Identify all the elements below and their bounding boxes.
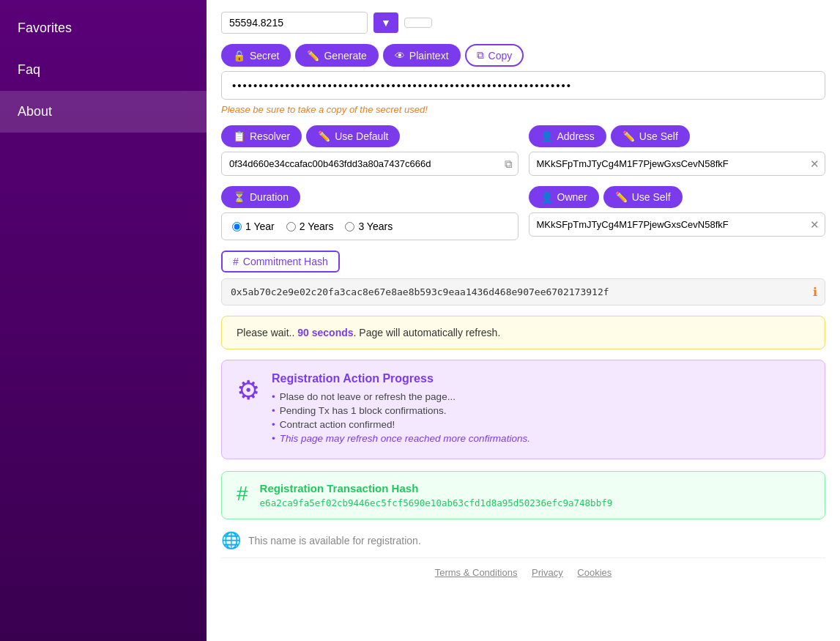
person-icon: 👤 [540,130,553,142]
resolver-col: 📋 Resolver ✏️ Use Default 0f34d660e34cca… [221,125,519,176]
sidebar-item-favorites[interactable]: Favorites [0,7,207,49]
info-icon[interactable]: ℹ [813,285,817,299]
resolver-btn-group: 📋 Resolver ✏️ Use Default [221,125,519,147]
tx-hash-content: Registration Transaction Hash e6a2ca9fa5… [260,482,613,508]
tx-hash-icon: # [237,482,248,505]
footer: Terms & Conditions Privacy Cookies [221,557,825,587]
year-2-radio[interactable] [286,222,296,231]
person-icon2: 👤 [540,191,553,203]
address-btn-group: 👤 Address ✏️ Use Self [529,125,826,147]
commitment-hash-value: 0x5ab70c2e9e02c20fa3cac8e67e8ae8b593c9ea… [231,286,609,297]
globe-icon: 🌐 [221,531,241,550]
pencil-icon3: ✏️ [615,191,628,203]
footer-cookies-link[interactable]: Cookies [577,567,612,578]
year-1-radio[interactable] [232,222,242,231]
progress-item-1: Pending Tx has 1 block confirmations. [272,405,530,416]
hourglass-icon: ⏳ [233,191,245,203]
progress-item-2: Contract action confirmed! [272,419,530,430]
outline-button[interactable] [404,18,432,28]
commitment-hash-display: 0x5ab70c2e9e02c20fa3cac8e67e8ae8b593c9ea… [221,278,825,305]
available-row: 🌐 This name is available for registratio… [221,531,825,550]
pencil-icon: ✏️ [307,50,319,62]
number-input[interactable] [221,12,368,34]
secret-input[interactable] [221,71,825,100]
resolver-field: 0f34d660e34ccafac00b463fdd3a80a7437c666d… [221,152,519,176]
lock-icon: 🔒 [233,50,245,62]
secret-button[interactable]: 🔒 Secret [221,44,291,67]
resolver-value: 0f34d660e34ccafac00b463fdd3a80a7437c666d [221,152,519,176]
main-content: ▼ 🔒 Secret ✏️ Generate 👁 Plaintext ⧉ Cop… [207,0,840,641]
progress-list: Plase do not leave or refresh the page..… [272,391,530,444]
resolver-address-row: 📋 Resolver ✏️ Use Default 0f34d660e34cca… [221,125,825,176]
address-col: 👤 Address ✏️ Use Self MKkSFpTmJTyCg4M1F7… [529,125,826,176]
edit-icon: ✏️ [318,130,330,142]
duration-owner-row: ⏳ Duration 1 Year 2 Years 3 Y [221,186,825,240]
year-3-label[interactable]: 3 Years [345,221,393,232]
duration-button[interactable]: ⏳ Duration [221,186,300,208]
close-field-icon[interactable]: ✕ [810,158,819,171]
commitment-hash-button[interactable]: # Commitment Hash [221,251,340,273]
owner-field: MKkSFpTmJTyCg4M1F7PjewGxsCevN58fkF ✕ [529,212,826,237]
progress-item-3: This page may refresh once reached more … [272,433,530,444]
use-default-button[interactable]: ✏️ Use Default [306,125,400,147]
sidebar-item-label: Favorites [18,21,72,35]
progress-box: ⚙ Registration Action Progress Plase do … [221,360,825,459]
content-area: ▼ 🔒 Secret ✏️ Generate 👁 Plaintext ⧉ Cop… [207,0,840,641]
use-self-address-button[interactable]: ✏️ Use Self [611,125,690,147]
duration-btn-group: ⏳ Duration [221,186,519,208]
wait-banner: Please wait.. 90 seconds. Page will auto… [221,316,825,349]
progress-title: Registration Action Progress [272,372,530,385]
tx-hash-value: e6a2ca9fa5ef02cb9446ec5fcf5690e10ab63cfd… [260,497,613,508]
sidebar-item-label: About [18,104,52,119]
eye-icon: 👁 [395,50,405,62]
progress-content: Registration Action Progress Plase do no… [272,372,530,447]
resolver-button[interactable]: 📋 Resolver [221,125,302,147]
gear-icon: ⚙ [237,375,260,406]
duration-box: ⏳ Duration 1 Year 2 Years 3 Y [221,186,519,240]
owner-value: MKkSFpTmJTyCg4M1F7PjewGxsCevN58fkF [529,212,826,237]
plaintext-button[interactable]: 👁 Plaintext [383,44,461,67]
footer-terms-link[interactable]: Terms & Conditions [435,567,518,578]
secret-warning: Please be sure to take a copy of the sec… [221,104,825,115]
progress-item-0: Plase do not leave or refresh the page..… [272,391,530,402]
year-1-label[interactable]: 1 Year [232,221,275,232]
footer-privacy-link[interactable]: Privacy [532,567,563,578]
owner-box: 👤 Owner ✏️ Use Self MKkSFpTmJTyCg4M1F7Pj… [529,186,826,240]
top-bar: ▼ [221,12,825,34]
year-3-radio[interactable] [345,222,354,231]
available-text: This name is available for registration. [248,535,421,546]
sidebar-item-label: Faq [18,62,40,77]
address-button[interactable]: 👤 Address [529,125,606,147]
use-self-owner-button[interactable]: ✏️ Use Self [603,186,683,208]
year-radio-group: 1 Year 2 Years 3 Years [221,212,519,240]
sidebar: Favorites Faq About [0,0,207,641]
generate-button[interactable]: ✏️ Generate [295,44,378,67]
commitment-section: # Commitment Hash 0x5ab70c2e9e02c20fa3ca… [221,251,825,305]
address-value: MKkSFpTmJTyCg4M1F7PjewGxsCevN58fkF [529,152,826,176]
owner-button[interactable]: 👤 Owner [529,186,599,208]
close-owner-icon[interactable]: ✕ [810,218,819,231]
sidebar-item-about[interactable]: About [0,91,207,133]
book-icon: 📋 [233,130,245,142]
tx-hash-box: # Registration Transaction Hash e6a2ca9f… [221,471,825,519]
copy-button[interactable]: ⧉ Copy [465,44,524,67]
pencil-icon2: ✏️ [622,130,635,142]
dropdown-button[interactable]: ▼ [373,12,398,33]
address-field: MKkSFpTmJTyCg4M1F7PjewGxsCevN58fkF ✕ [529,152,826,176]
tx-hash-title: Registration Transaction Hash [260,482,613,494]
secret-btn-group: 🔒 Secret ✏️ Generate 👁 Plaintext ⧉ Copy [221,44,825,67]
hash-icon: # [233,256,239,267]
year-2-label[interactable]: 2 Years [286,221,334,232]
copy-field-icon[interactable]: ⧉ [505,158,513,171]
sidebar-item-faq[interactable]: Faq [0,49,207,91]
copy-icon: ⧉ [477,49,484,62]
owner-btn-group: 👤 Owner ✏️ Use Self [529,186,826,208]
